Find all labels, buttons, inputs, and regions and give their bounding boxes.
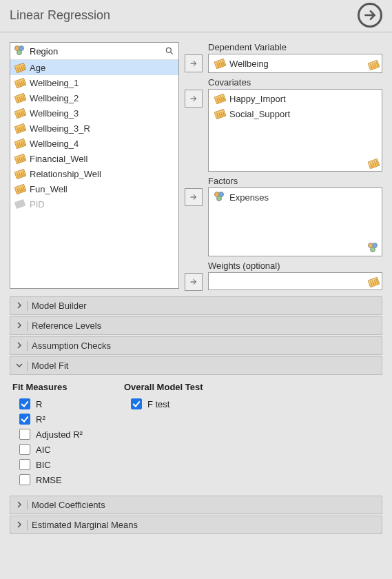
covariates-slot[interactable]: Happy_ImportSocial_Support — [208, 89, 382, 172]
slot-item[interactable]: Social_Support — [210, 106, 380, 121]
move-right-button[interactable] — [185, 188, 203, 206]
variables-search-row[interactable]: Region — [10, 43, 178, 60]
slot-item-name: Wellbeing — [229, 59, 376, 69]
slot-item-name: Expenses — [229, 192, 376, 203]
continuous-icon — [14, 168, 25, 179]
chevron-right-icon — [16, 321, 23, 331]
svg-point-0 — [166, 48, 171, 52]
checkbox-label: R² — [36, 414, 45, 425]
checkbox-aic[interactable]: AIC — [12, 442, 83, 457]
fit-measures-title: Fit Measures — [12, 382, 83, 392]
continuous-icon — [368, 158, 379, 169]
page-title: Linear Regression — [10, 8, 110, 23]
slot-item-name: Social_Support — [229, 109, 376, 119]
accordion-estimated-marginal-means[interactable]: Estimated Marginal Means — [10, 516, 382, 534]
chevron-right-icon — [16, 341, 23, 351]
variable-name: Wellbeing_3 — [30, 108, 174, 119]
arrow-right-icon — [189, 278, 198, 286]
variable-item[interactable]: Financial_Well — [10, 151, 178, 166]
weights-slot[interactable] — [208, 272, 382, 290]
divider — [27, 500, 28, 510]
divider — [27, 520, 28, 530]
variable-item[interactable]: Wellbeing_2 — [10, 90, 178, 105]
accordion-model-builder[interactable]: Model Builder — [10, 296, 382, 315]
checkbox-icon — [19, 414, 30, 425]
move-right-button[interactable] — [185, 54, 203, 72]
continuous-icon — [14, 62, 25, 73]
checkbox-label: F test — [147, 399, 170, 409]
covariates-label: Covariates — [208, 77, 382, 88]
run-button[interactable] — [358, 3, 382, 28]
weights-label: Weights (optional) — [208, 261, 382, 271]
accordion-label: Reference Levels — [32, 321, 101, 331]
checkbox-adjusted-r-[interactable]: Adjusted R² — [12, 427, 83, 442]
checkbox-label: BIC — [36, 460, 51, 470]
dependent-slot[interactable]: Wellbeing — [208, 54, 382, 73]
variable-item[interactable]: Wellbeing_3 — [10, 105, 178, 121]
nominal-icon — [14, 45, 25, 57]
id-icon — [14, 199, 25, 210]
checkbox-icon — [19, 429, 30, 440]
move-right-button[interactable] — [185, 273, 203, 291]
accordion-model-coefficients[interactable]: Model Coefficients — [10, 496, 382, 514]
divider — [27, 321, 28, 331]
slot-item[interactable]: Expenses — [210, 190, 380, 205]
continuous-icon — [14, 92, 25, 103]
checkbox-r[interactable]: R — [12, 396, 83, 412]
continuous-icon — [368, 276, 379, 287]
accordion-label: Model Coefficients — [32, 500, 105, 510]
continuous-icon — [14, 138, 25, 149]
checkbox-bic[interactable]: BIC — [12, 457, 83, 472]
accordion-assumption-checks[interactable]: Assumption Checks — [10, 336, 382, 355]
divider — [27, 341, 28, 351]
chevron-right-icon — [16, 520, 23, 530]
arrow-right-icon — [189, 94, 198, 103]
continuous-icon — [368, 59, 379, 70]
variable-name: Wellbeing_4 — [30, 139, 174, 149]
slot-item[interactable]: Wellbeing — [210, 56, 380, 71]
checkbox-label: R — [36, 399, 42, 409]
checkbox-label: AIC — [36, 445, 51, 455]
variable-item[interactable]: Fun_Well — [10, 181, 178, 196]
accordion-model-fit[interactable]: Model Fit — [10, 356, 382, 375]
variable-item[interactable]: Wellbeing_1 — [10, 75, 178, 90]
checkbox-icon — [19, 459, 30, 470]
checkbox-f-test[interactable]: F test — [124, 396, 203, 412]
continuous-icon — [214, 108, 225, 119]
checkbox-icon — [19, 398, 30, 409]
checkbox-rmse[interactable]: RMSE — [12, 472, 83, 487]
model-fit-panel: Fit MeasuresRR²Adjusted R²AICBICRMSEOver… — [0, 376, 392, 494]
continuous-icon — [14, 153, 25, 164]
variable-name: Relationship_Well — [30, 169, 174, 179]
chevron-down-icon — [16, 360, 23, 371]
variable-name: PID — [30, 199, 174, 210]
variable-item[interactable]: PID — [10, 196, 178, 212]
continuous-icon — [214, 93, 225, 104]
continuous-icon — [14, 123, 25, 134]
variable-item[interactable]: Wellbeing_4 — [10, 136, 178, 151]
slot-item[interactable]: Happy_Import — [210, 91, 380, 106]
factors-slot[interactable]: Expenses — [208, 187, 382, 256]
move-right-button[interactable] — [185, 90, 203, 108]
accordion-reference-levels[interactable]: Reference Levels — [10, 316, 382, 335]
checkbox-r-[interactable]: R² — [12, 412, 83, 427]
continuous-icon — [14, 183, 25, 194]
variable-item[interactable]: Wellbeing_3_R — [10, 121, 178, 136]
divider — [27, 361, 28, 371]
variables-list[interactable]: Region AgeWellbeing_1Wellbeing_2Wellbein… — [10, 42, 179, 289]
variable-name: Wellbeing_1 — [30, 78, 174, 88]
arrow-right-icon — [363, 8, 377, 22]
search-icon — [165, 46, 174, 56]
continuous-icon — [14, 108, 25, 119]
checkbox-icon — [131, 398, 142, 409]
search-current-label: Region — [30, 46, 165, 57]
variable-item[interactable]: Relationship_Well — [10, 166, 178, 181]
variable-name: Wellbeing_3_R — [30, 123, 174, 134]
variable-item[interactable]: Age — [10, 60, 178, 75]
accordion-label: Assumption Checks — [32, 341, 111, 351]
continuous-icon — [214, 58, 225, 69]
divider — [27, 301, 28, 311]
chevron-right-icon — [16, 301, 23, 311]
arrow-right-icon — [189, 59, 198, 68]
accordion-label: Model Fit — [32, 360, 68, 371]
